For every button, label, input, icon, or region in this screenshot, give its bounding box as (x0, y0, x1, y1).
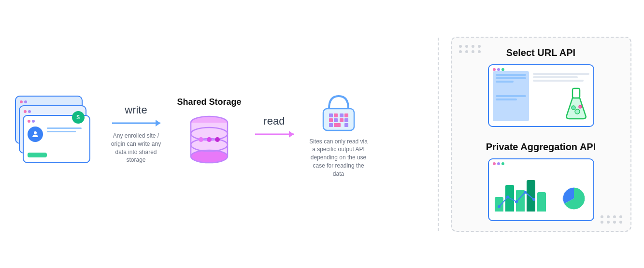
coin-icon: $ (72, 111, 85, 124)
url-line (496, 95, 526, 97)
dot-purple (24, 100, 27, 103)
select-url-api-title: Select URL API (506, 47, 575, 58)
svg-point-10 (215, 137, 220, 142)
svg-point-9 (207, 137, 212, 142)
svg-rect-15 (344, 113, 348, 117)
diagram-area: $ write Any enrolled site / origin can w… (13, 76, 426, 192)
dot-pink (20, 100, 23, 103)
url-right-panel (533, 71, 589, 121)
read-desc: Sites can only read via a specific outpu… (307, 138, 370, 178)
grid-dot (601, 215, 603, 218)
url-right-line (533, 73, 589, 75)
grid-dot (472, 50, 474, 53)
select-url-api-illustration (488, 64, 594, 127)
grid-dot (459, 45, 462, 48)
write-arrow (112, 118, 160, 128)
url-api-content (489, 71, 593, 121)
svg-point-30 (524, 191, 527, 194)
dot-pink (24, 110, 27, 113)
grid-dot (613, 221, 616, 224)
svg-rect-20 (329, 123, 333, 127)
dots-grid-top (459, 45, 482, 53)
write-label: write (125, 104, 147, 116)
svg-rect-12 (329, 113, 333, 117)
agg-chart-area (489, 165, 593, 215)
grid-dot (465, 50, 468, 53)
svg-point-3 (191, 150, 228, 163)
svg-rect-13 (334, 113, 338, 117)
svg-point-28 (506, 196, 509, 198)
read-arrow-section: read (251, 115, 298, 139)
dot-green (501, 68, 504, 71)
site-card-front: $ (23, 115, 90, 163)
database-section: Shared Storage (177, 97, 242, 171)
write-section: write Any enrolled site / origin can wri… (107, 104, 165, 164)
grid-dot (607, 215, 610, 218)
private-aggregation-api-title: Private Aggregation API (486, 141, 596, 153)
svg-rect-21 (334, 123, 341, 127)
grid-dot (472, 45, 474, 48)
dot-purple (497, 68, 500, 71)
read-arrow (255, 129, 294, 139)
api-dots (489, 65, 593, 71)
svg-point-31 (532, 198, 535, 201)
grid-dot (607, 221, 610, 224)
svg-rect-16 (329, 118, 333, 122)
grid-dot (601, 221, 603, 224)
flask-icon (563, 87, 589, 121)
main-container: $ write Any enrolled site / origin can w… (13, 14, 631, 255)
card-lines (47, 127, 82, 132)
dot-pink-icon (28, 120, 30, 123)
url-line (496, 77, 526, 79)
agg-dots (489, 159, 593, 165)
svg-rect-18 (340, 118, 343, 122)
url-line (496, 74, 526, 76)
spacer (496, 84, 526, 94)
url-line (496, 99, 517, 100)
svg-point-0 (34, 131, 37, 134)
url-line (496, 81, 514, 83)
svg-point-25 (572, 106, 575, 110)
svg-rect-23 (572, 88, 580, 98)
svg-rect-22 (344, 123, 348, 127)
read-label: read (264, 115, 285, 127)
url-right-line (533, 76, 578, 78)
write-desc: Any enrolled site / origin can write any… (107, 132, 165, 164)
grid-dot (613, 215, 616, 218)
dots-grid-bottom (601, 215, 623, 224)
grid-dot (459, 50, 462, 53)
svg-rect-19 (344, 118, 348, 122)
card-line (47, 131, 76, 132)
avatar-icon (28, 127, 43, 142)
select-url-api-item: Select URL API (459, 47, 623, 127)
url-right-line (533, 80, 584, 82)
svg-point-27 (498, 205, 501, 208)
database-icon (187, 113, 231, 171)
grid-dot (619, 221, 622, 224)
svg-point-26 (579, 105, 582, 108)
svg-point-29 (515, 200, 518, 203)
right-panel: Select URL API (459, 47, 623, 221)
svg-rect-11 (323, 109, 354, 130)
svg-point-8 (199, 137, 203, 142)
svg-rect-14 (340, 113, 343, 117)
right-panel-wrapper: Select URL API (451, 37, 631, 232)
grid-dot (478, 45, 481, 48)
pie-chart-icon (562, 186, 586, 211)
dot-pink (493, 68, 496, 71)
grid-dot (465, 45, 468, 48)
site-cards: $ (13, 86, 100, 183)
card-line (47, 127, 82, 129)
divider (438, 38, 439, 231)
svg-point-24 (575, 109, 580, 114)
url-left-panel (493, 71, 529, 121)
line-chart-icon (495, 175, 558, 212)
grid-dot (478, 50, 481, 53)
shared-storage-title: Shared Storage (177, 97, 242, 107)
grid-dot (619, 215, 622, 218)
private-aggregation-api-item: Private Aggregation API (459, 141, 623, 221)
card-button (28, 153, 47, 157)
lock-section: Sites can only read via a specific outpu… (307, 90, 370, 178)
lock-icon (319, 90, 358, 134)
svg-rect-17 (334, 118, 338, 122)
